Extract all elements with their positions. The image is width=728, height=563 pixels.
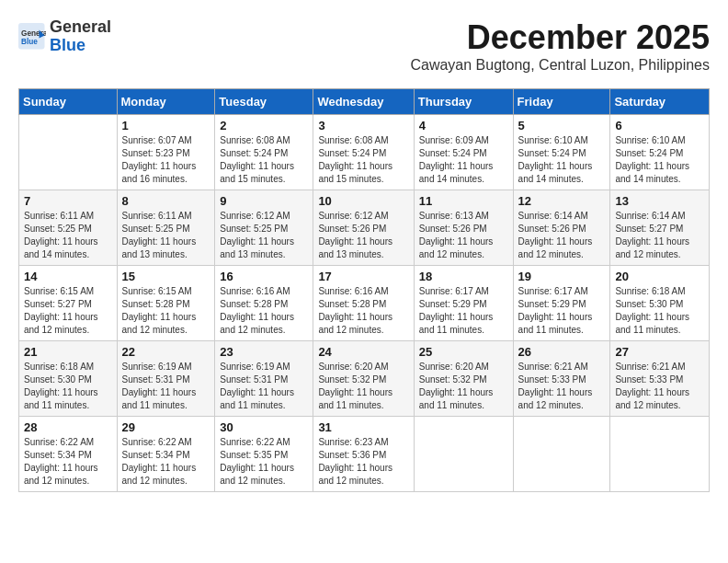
logo: General Blue General Blue — [18, 18, 111, 55]
calendar-cell: 12Sunrise: 6:14 AMSunset: 5:26 PMDayligh… — [513, 190, 610, 266]
calendar-cell: 18Sunrise: 6:17 AMSunset: 5:29 PMDayligh… — [414, 266, 513, 341]
day-info: Sunrise: 6:16 AMSunset: 5:28 PMDaylight:… — [318, 285, 408, 337]
calendar-header-row: SundayMondayTuesdayWednesdayThursdayFrid… — [19, 89, 710, 115]
title-section: December 2025 Cawayan Bugtong, Central L… — [410, 18, 710, 83]
calendar-week-row: 1Sunrise: 6:07 AMSunset: 5:23 PMDaylight… — [19, 115, 710, 190]
calendar-cell: 20Sunrise: 6:18 AMSunset: 5:30 PMDayligh… — [610, 266, 710, 341]
calendar-cell: 15Sunrise: 6:15 AMSunset: 5:28 PMDayligh… — [117, 266, 215, 341]
calendar-cell — [513, 417, 610, 492]
day-number: 1 — [122, 119, 210, 132]
day-number: 19 — [518, 270, 606, 283]
day-info: Sunrise: 6:11 AMSunset: 5:25 PMDaylight:… — [122, 210, 210, 261]
day-number: 30 — [220, 420, 308, 434]
day-info: Sunrise: 6:20 AMSunset: 5:32 PMDaylight:… — [318, 361, 408, 412]
day-number: 14 — [24, 270, 112, 283]
header-day-thursday: Thursday — [414, 89, 513, 115]
day-number: 27 — [615, 345, 704, 359]
calendar-cell: 9Sunrise: 6:12 AMSunset: 5:25 PMDaylight… — [215, 190, 313, 266]
day-number: 6 — [615, 119, 704, 132]
day-info: Sunrise: 6:08 AMSunset: 5:24 PMDaylight:… — [220, 134, 308, 186]
day-info: Sunrise: 6:11 AMSunset: 5:25 PMDaylight:… — [24, 210, 112, 261]
location-title: Cawayan Bugtong, Central Luzon, Philippi… — [410, 57, 710, 74]
day-number: 10 — [318, 194, 408, 208]
calendar-cell: 14Sunrise: 6:15 AMSunset: 5:27 PMDayligh… — [19, 266, 118, 341]
header-day-saturday: Saturday — [610, 89, 710, 115]
day-number: 12 — [518, 194, 606, 208]
day-number: 28 — [24, 420, 112, 434]
day-info: Sunrise: 6:17 AMSunset: 5:29 PMDaylight:… — [518, 285, 606, 337]
day-info: Sunrise: 6:16 AMSunset: 5:28 PMDaylight:… — [220, 285, 308, 337]
calendar-cell: 5Sunrise: 6:10 AMSunset: 5:24 PMDaylight… — [513, 115, 610, 190]
calendar-cell: 13Sunrise: 6:14 AMSunset: 5:27 PMDayligh… — [610, 190, 710, 266]
calendar-cell — [610, 417, 710, 492]
day-number: 21 — [24, 345, 112, 359]
day-number: 15 — [122, 270, 210, 283]
day-number: 3 — [318, 119, 408, 132]
calendar-cell: 21Sunrise: 6:18 AMSunset: 5:30 PMDayligh… — [19, 341, 118, 417]
day-info: Sunrise: 6:18 AMSunset: 5:30 PMDaylight:… — [24, 361, 112, 412]
calendar-cell: 25Sunrise: 6:20 AMSunset: 5:32 PMDayligh… — [414, 341, 513, 417]
calendar-cell: 17Sunrise: 6:16 AMSunset: 5:28 PMDayligh… — [313, 266, 414, 341]
day-info: Sunrise: 6:18 AMSunset: 5:30 PMDaylight:… — [615, 285, 704, 337]
logo-icon: General Blue — [18, 23, 46, 51]
day-info: Sunrise: 6:10 AMSunset: 5:24 PMDaylight:… — [518, 134, 606, 186]
day-number: 13 — [615, 194, 704, 208]
day-info: Sunrise: 6:21 AMSunset: 5:33 PMDaylight:… — [615, 361, 704, 412]
day-number: 11 — [419, 194, 508, 208]
day-info: Sunrise: 6:07 AMSunset: 5:23 PMDaylight:… — [122, 134, 210, 186]
day-info: Sunrise: 6:10 AMSunset: 5:24 PMDaylight:… — [615, 134, 704, 186]
calendar-week-row: 28Sunrise: 6:22 AMSunset: 5:34 PMDayligh… — [19, 417, 710, 492]
calendar-cell: 16Sunrise: 6:16 AMSunset: 5:28 PMDayligh… — [215, 266, 313, 341]
day-info: Sunrise: 6:19 AMSunset: 5:31 PMDaylight:… — [220, 361, 308, 412]
day-info: Sunrise: 6:21 AMSunset: 5:33 PMDaylight:… — [518, 361, 606, 412]
calendar-cell: 11Sunrise: 6:13 AMSunset: 5:26 PMDayligh… — [414, 190, 513, 266]
calendar-table: SundayMondayTuesdayWednesdayThursdayFrid… — [18, 88, 710, 492]
calendar-cell: 1Sunrise: 6:07 AMSunset: 5:23 PMDaylight… — [117, 115, 215, 190]
day-info: Sunrise: 6:23 AMSunset: 5:36 PMDaylight:… — [318, 436, 408, 488]
month-title: December 2025 — [410, 18, 710, 57]
header-day-sunday: Sunday — [19, 89, 118, 115]
calendar-cell: 3Sunrise: 6:08 AMSunset: 5:24 PMDaylight… — [313, 115, 414, 190]
calendar-cell — [414, 417, 513, 492]
calendar-cell: 24Sunrise: 6:20 AMSunset: 5:32 PMDayligh… — [313, 341, 414, 417]
calendar-cell: 10Sunrise: 6:12 AMSunset: 5:26 PMDayligh… — [313, 190, 414, 266]
day-number: 2 — [220, 119, 308, 132]
header-day-friday: Friday — [513, 89, 610, 115]
calendar-week-row: 7Sunrise: 6:11 AMSunset: 5:25 PMDaylight… — [19, 190, 710, 266]
day-info: Sunrise: 6:14 AMSunset: 5:27 PMDaylight:… — [615, 210, 704, 261]
calendar-cell: 7Sunrise: 6:11 AMSunset: 5:25 PMDaylight… — [19, 190, 118, 266]
calendar-cell: 28Sunrise: 6:22 AMSunset: 5:34 PMDayligh… — [19, 417, 118, 492]
calendar-cell: 2Sunrise: 6:08 AMSunset: 5:24 PMDaylight… — [215, 115, 313, 190]
logo-blue: Blue — [50, 36, 85, 54]
calendar-cell: 31Sunrise: 6:23 AMSunset: 5:36 PMDayligh… — [313, 417, 414, 492]
calendar-cell: 19Sunrise: 6:17 AMSunset: 5:29 PMDayligh… — [513, 266, 610, 341]
calendar-cell: 4Sunrise: 6:09 AMSunset: 5:24 PMDaylight… — [414, 115, 513, 190]
calendar-cell: 23Sunrise: 6:19 AMSunset: 5:31 PMDayligh… — [215, 341, 313, 417]
calendar-cell: 30Sunrise: 6:22 AMSunset: 5:35 PMDayligh… — [215, 417, 313, 492]
day-number: 4 — [419, 119, 508, 132]
day-info: Sunrise: 6:13 AMSunset: 5:26 PMDaylight:… — [419, 210, 508, 261]
day-number: 24 — [318, 345, 408, 359]
logo-general: General — [50, 17, 111, 36]
day-number: 20 — [615, 270, 704, 283]
day-number: 7 — [24, 194, 112, 208]
day-number: 9 — [220, 194, 308, 208]
calendar-body: 1Sunrise: 6:07 AMSunset: 5:23 PMDaylight… — [19, 115, 710, 492]
header-day-tuesday: Tuesday — [215, 89, 313, 115]
day-info: Sunrise: 6:09 AMSunset: 5:24 PMDaylight:… — [419, 134, 508, 186]
day-number: 31 — [318, 420, 408, 434]
day-info: Sunrise: 6:14 AMSunset: 5:26 PMDaylight:… — [518, 210, 606, 261]
day-number: 26 — [518, 345, 606, 359]
day-number: 18 — [419, 270, 508, 283]
calendar-cell: 27Sunrise: 6:21 AMSunset: 5:33 PMDayligh… — [610, 341, 710, 417]
day-number: 29 — [122, 420, 210, 434]
day-number: 8 — [122, 194, 210, 208]
calendar-cell — [19, 115, 118, 190]
day-info: Sunrise: 6:15 AMSunset: 5:28 PMDaylight:… — [122, 285, 210, 337]
calendar-cell: 22Sunrise: 6:19 AMSunset: 5:31 PMDayligh… — [117, 341, 215, 417]
day-number: 25 — [419, 345, 508, 359]
calendar-cell: 26Sunrise: 6:21 AMSunset: 5:33 PMDayligh… — [513, 341, 610, 417]
calendar-cell: 6Sunrise: 6:10 AMSunset: 5:24 PMDaylight… — [610, 115, 710, 190]
day-info: Sunrise: 6:12 AMSunset: 5:25 PMDaylight:… — [220, 210, 308, 261]
header-day-wednesday: Wednesday — [313, 89, 414, 115]
